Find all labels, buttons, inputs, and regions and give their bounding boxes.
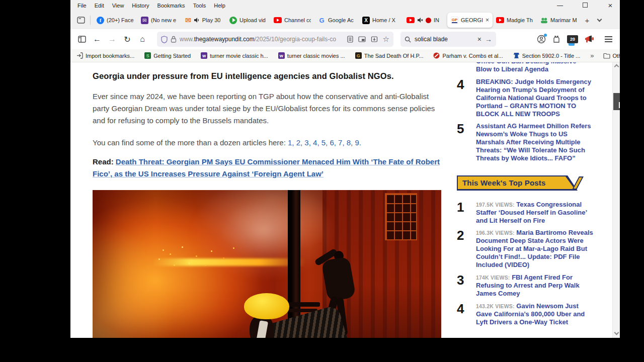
view-count: 143.2K VIEWS: xyxy=(476,303,515,309)
tracking-shield-icon[interactable] xyxy=(161,36,168,43)
trending-title[interactable]: BREAKING: Judge Holds Emergency Hearing … xyxy=(476,78,594,118)
firefox-view-button[interactable] xyxy=(74,14,88,27)
tab-marimar[interactable]: Marimar M xyxy=(537,13,581,28)
sidebar-toggle-button[interactable] xyxy=(74,32,90,47)
trending-number xyxy=(457,62,474,73)
tab-facebook[interactable]: (20+) Face xyxy=(93,13,137,28)
trending-title[interactable]: Assistant AG Harmeet Dhillon Refers News… xyxy=(476,122,594,162)
sparks-shape xyxy=(163,249,164,251)
tab-upload[interactable]: Upload vid xyxy=(226,13,270,28)
bookmark-parham[interactable]: Parham v. Combs et al... xyxy=(433,52,503,59)
bookmark-label: turner movie classic h... xyxy=(210,53,268,59)
post-title[interactable]: 143.2K VIEWS: Gavin Newsom Just Gave Cal… xyxy=(476,302,594,326)
forward-button[interactable]: → xyxy=(105,32,120,47)
menu-bookmarks[interactable]: Bookmarks xyxy=(153,1,189,10)
article-number-links[interactable]: 1, 2, 3, 4, 5, 6, 7, 8, 9. xyxy=(288,138,361,147)
menu-file[interactable]: File xyxy=(73,1,91,10)
menu-history[interactable]: History xyxy=(128,1,153,10)
minimize-button[interactable]: — xyxy=(553,1,567,11)
lock-icon[interactable] xyxy=(171,36,177,43)
address-bar[interactable]: www.thegatewaypundit.com/2025/10/georgia… xyxy=(157,32,393,47)
megaphone-icon[interactable] xyxy=(585,35,594,43)
trending-sidebar: Office Gun Ban Dealing Massive Blow to L… xyxy=(457,62,594,326)
page-scrollbar[interactable] xyxy=(612,62,620,338)
top-post-item[interactable]: 2 196.3K VIEWS: Maria Bartiromo Reveals … xyxy=(457,229,594,269)
article-paragraph: Ever since may 2024, we have been report… xyxy=(93,90,441,127)
scrollbar-thumb[interactable] xyxy=(613,93,620,110)
reader-mode-icon[interactable] xyxy=(347,36,353,43)
trending-item[interactable]: 4 BREAKING: Judge Holds Emergency Hearin… xyxy=(457,78,594,118)
play-icon xyxy=(229,17,237,24)
tab-label: Upload vid xyxy=(239,17,266,23)
post-title[interactable]: 196.3K VIEWS: Maria Bartiromo Reveals Do… xyxy=(476,229,594,269)
bookmark-turner-classic[interactable]: turner classic movies ... xyxy=(278,52,345,59)
bookmark-getting-started[interactable]: Getting Started xyxy=(144,52,191,59)
list-all-tabs-button[interactable] xyxy=(593,14,605,26)
close-button[interactable]: × xyxy=(604,1,617,11)
page-content: Georgia under pressure from EU intellige… xyxy=(70,62,620,338)
tab-live[interactable]: IN xyxy=(403,13,447,28)
top-post-item[interactable]: 3 174K VIEWS: FBI Agent Fired For Refusi… xyxy=(457,274,594,298)
trending-item-partial[interactable]: Office Gun Ban Dealing Massive Blow to L… xyxy=(457,62,594,73)
youtube-icon xyxy=(407,17,415,23)
bookmark-star-icon[interactable]: ☆ xyxy=(383,35,389,44)
tab-madgie[interactable]: Madgie Th xyxy=(493,13,537,28)
top-post-item[interactable]: 1 197.5K VIEWS: Texas Congressional Staf… xyxy=(457,201,594,225)
search-go-icon[interactable]: → xyxy=(485,35,492,43)
trending-item[interactable]: 5 Assistant AG Harmeet Dhillon Refers Ne… xyxy=(457,122,594,162)
read-link[interactable]: Death Threat: Georgian PM Says EU Commis… xyxy=(93,157,440,178)
other-bookmarks-button[interactable]: Other Bookmarks xyxy=(603,53,620,59)
tab-close-icon[interactable]: × xyxy=(486,17,489,24)
app-menu-button[interactable] xyxy=(601,32,616,47)
post-title[interactable]: 197.5K VIEWS: Texas Congressional Staffe… xyxy=(476,201,594,225)
view-count: 174K VIEWS: xyxy=(476,275,510,281)
bookmark-label: Section 5902.0 - Title ... xyxy=(522,53,581,59)
menu-view[interactable]: View xyxy=(108,1,128,10)
menu-help[interactable]: Help xyxy=(210,1,229,10)
account-button[interactable] xyxy=(537,35,546,44)
tab-georgia-active[interactable]: GEORGI × xyxy=(447,13,493,28)
menu-bar: File Edit View History Bookmarks Tools H… xyxy=(70,0,620,11)
menu-edit[interactable]: Edit xyxy=(91,1,108,10)
adblock-badge[interactable]: 20 xyxy=(567,35,578,43)
back-button[interactable]: ← xyxy=(90,32,105,47)
tab-label: IN xyxy=(434,17,439,23)
tab-channel[interactable]: Channel co xyxy=(270,13,314,28)
bookmark-section-5902[interactable]: Section 5902.0 - Title ... xyxy=(513,52,581,59)
barred-window-shape xyxy=(385,193,417,240)
extension-icon[interactable] xyxy=(552,35,560,43)
picture-in-picture-icon[interactable] xyxy=(358,36,366,42)
tab-label: GEORGI xyxy=(461,17,483,23)
top-post-item[interactable]: 4 143.2K VIEWS: Gavin Newsom Just Gave C… xyxy=(457,302,594,326)
muted-speaker-icon[interactable] xyxy=(417,17,423,23)
reload-button[interactable]: ↻ xyxy=(120,32,135,47)
home-button[interactable]: ⌂ xyxy=(135,32,150,47)
bookmark-turner-movie[interactable]: turner movie classic h... xyxy=(201,52,268,59)
save-page-icon[interactable] xyxy=(371,36,378,43)
view-count: 196.3K VIEWS: xyxy=(476,230,515,236)
search-bar[interactable]: solical blade × → xyxy=(400,32,496,47)
article-paragraph: You can find some of the more than a doz… xyxy=(93,137,441,149)
post-title[interactable]: 174K VIEWS: FBI Agent Fired For Refusing… xyxy=(476,274,594,298)
bookmark-sad-death[interactable]: The Sad Death Of H.P... xyxy=(355,52,424,59)
trending-title[interactable]: Office Gun Ban Dealing Massive Blow to L… xyxy=(476,62,594,73)
new-tab-button[interactable]: + xyxy=(581,14,593,26)
tab-google[interactable]: Google Ac xyxy=(314,13,359,28)
audio-playing-icon[interactable] xyxy=(194,17,200,23)
trending-number: 4 xyxy=(457,78,474,118)
bookmark-import[interactable]: Import bookmarks... xyxy=(76,52,134,59)
article-read-line: Read: Death Threat: Georgian PM Says EU … xyxy=(93,156,441,180)
menu-tools[interactable]: Tools xyxy=(189,1,210,10)
article-image[interactable] xyxy=(93,190,441,338)
tab-mail[interactable]: (No new e xyxy=(137,13,182,28)
tab-x-home[interactable]: Home / X xyxy=(359,13,403,28)
url-prefix: www. xyxy=(180,36,194,43)
overflow-chevron-icon[interactable]: » xyxy=(590,52,594,59)
search-input[interactable]: solical blade xyxy=(415,36,474,43)
scroll-up-icon[interactable] xyxy=(614,64,619,69)
window-controls: — × xyxy=(553,0,617,11)
scroll-down-icon[interactable] xyxy=(614,330,619,335)
search-clear-icon[interactable]: × xyxy=(477,35,481,43)
maximize-button[interactable] xyxy=(579,1,592,11)
tab-play[interactable]: Play 30 xyxy=(182,13,226,28)
